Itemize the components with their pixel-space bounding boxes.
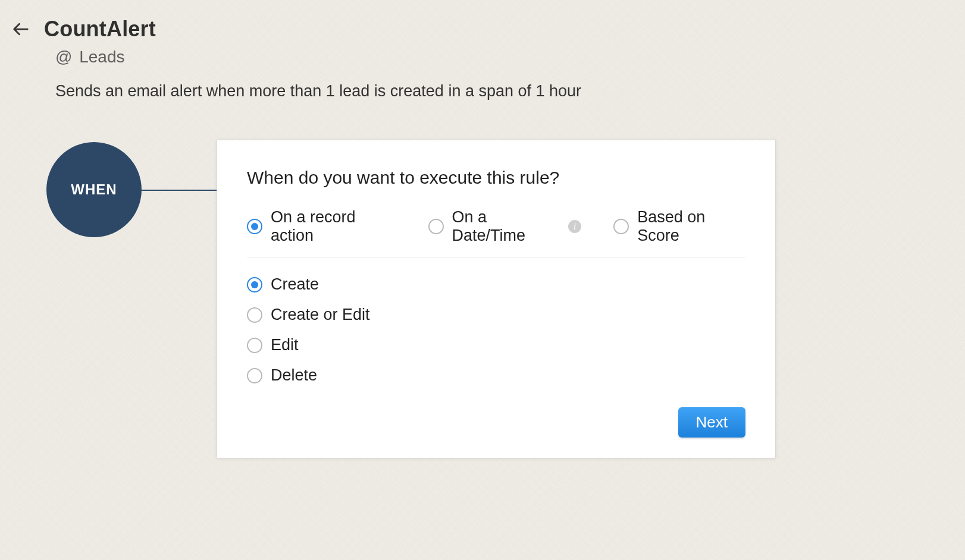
trigger-radio-record-action[interactable]: [247, 219, 262, 234]
info-icon[interactable]: i: [568, 220, 581, 233]
trigger-option-record-action[interactable]: On a record action: [247, 208, 396, 245]
module-name: Leads: [79, 48, 124, 66]
trigger-type-row: On a record action On a Date/Time i Base…: [247, 208, 745, 257]
trigger-option-score[interactable]: Based on Score: [613, 208, 745, 245]
trigger-option-datetime[interactable]: On a Date/Time i: [428, 208, 582, 245]
module-prefix: @: [55, 48, 72, 66]
action-label: Create: [271, 275, 319, 294]
trigger-label: Based on Score: [637, 208, 745, 245]
action-option-create[interactable]: Create: [247, 275, 745, 294]
rule-description: Sends an email alert when more than 1 le…: [55, 82, 965, 100]
action-radio-create-or-edit[interactable]: [247, 307, 262, 323]
action-radio-edit[interactable]: [247, 338, 262, 353]
module-breadcrumb: @ Leads: [55, 48, 965, 67]
action-radio-delete[interactable]: [247, 368, 262, 383]
record-action-list: Create Create or Edit Edit Delete: [247, 275, 745, 385]
card-question: When do you want to execute this rule?: [247, 168, 745, 188]
when-config-card: When do you want to execute this rule? O…: [217, 140, 776, 458]
page-title: CountAlert: [44, 17, 156, 42]
action-option-delete[interactable]: Delete: [247, 366, 745, 385]
action-label: Create or Edit: [271, 306, 370, 324]
step-connector-line: [142, 190, 217, 191]
step-when-badge: WHEN: [46, 142, 142, 237]
action-radio-create[interactable]: [247, 277, 262, 292]
trigger-label: On a Date/Time: [452, 208, 558, 245]
back-arrow-icon[interactable]: [11, 19, 31, 39]
action-label: Delete: [271, 366, 317, 385]
next-button[interactable]: Next: [678, 407, 745, 438]
action-option-edit[interactable]: Edit: [247, 336, 745, 354]
trigger-label: On a record action: [271, 208, 396, 245]
action-option-create-or-edit[interactable]: Create or Edit: [247, 306, 745, 324]
action-label: Edit: [271, 336, 299, 354]
trigger-radio-datetime[interactable]: [428, 219, 444, 234]
trigger-radio-score[interactable]: [613, 219, 629, 234]
